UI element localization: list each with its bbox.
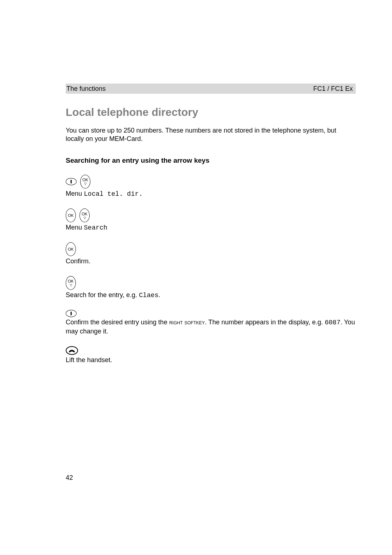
softkey-icon — [66, 178, 77, 185]
step-2: OK OK ▽ Menu Search — [66, 208, 356, 232]
ok-key-icon: OK — [66, 242, 76, 256]
step-1-icons: OK ▽ — [66, 175, 356, 189]
down-arrow-icon: ▽ — [83, 216, 86, 220]
page-number: 42 — [66, 474, 73, 482]
step-6: Lift the handset. — [66, 346, 356, 364]
step-5-icons — [66, 310, 356, 317]
header-section-label: The functions — [66, 85, 106, 93]
ok-down-key-icon: OK ▽ — [79, 208, 90, 222]
ok-key-icon: OK — [66, 208, 76, 222]
step-3-icons: OK — [66, 242, 356, 256]
subsection-title: Searching for an entry using the arrow k… — [66, 157, 356, 165]
step-3-text: Confirm. — [66, 257, 356, 266]
down-arrow-icon: ▽ — [84, 182, 87, 186]
ok-down-key-icon: OK ▽ — [80, 175, 90, 189]
header-model-label: FC1 / FC1 Ex — [313, 85, 353, 93]
step-4-icons: OK ▽ — [66, 276, 356, 290]
step-3: OK Confirm. — [66, 242, 356, 266]
step-5: Confirm the desired entry using the righ… — [66, 310, 356, 336]
section-title: Local telephone directory — [66, 106, 356, 118]
page-header-bar: The functions FC1 / FC1 Ex — [66, 84, 356, 94]
step-6-text: Lift the handset. — [66, 356, 356, 364]
step-2-text: Menu Search — [66, 223, 356, 232]
handset-icon — [66, 346, 78, 355]
ok-down-key-icon: OK ▽ — [66, 276, 76, 290]
down-arrow-icon: ▽ — [70, 284, 72, 287]
step-5-text: Confirm the desired entry using the righ… — [66, 318, 356, 336]
step-1-text: Menu Local tel. dir. — [66, 189, 356, 198]
step-4-text: Search for the entry, e.g. Claes. — [66, 291, 356, 300]
step-2-icons: OK OK ▽ — [66, 208, 356, 222]
step-4: OK ▽ Search for the entry, e.g. Claes. — [66, 276, 356, 300]
intro-paragraph: You can store up to 250 numbers. These n… — [66, 126, 356, 143]
step-1: OK ▽ Menu Local tel. dir. — [66, 175, 356, 198]
document-page: The functions FC1 / FC1 Ex Local telepho… — [0, 0, 392, 555]
softkey-icon — [66, 310, 77, 317]
step-6-icons — [66, 346, 356, 355]
